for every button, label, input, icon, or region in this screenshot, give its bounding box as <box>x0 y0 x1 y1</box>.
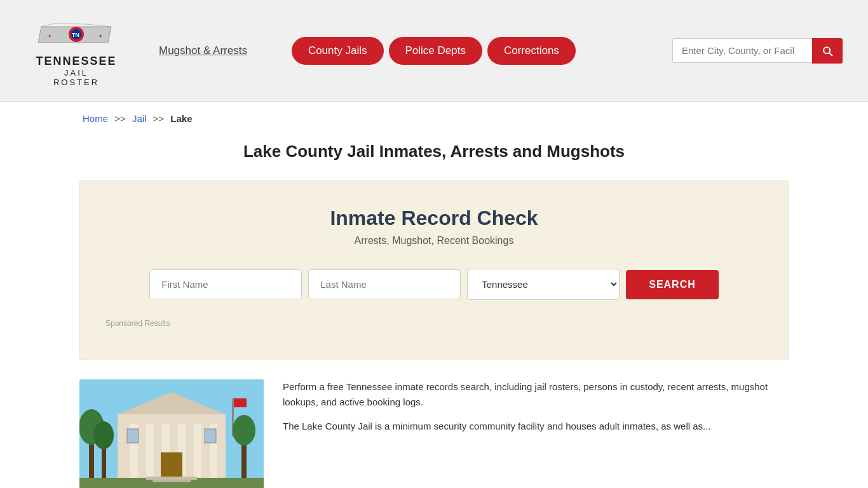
logo-icon: TN ★ ★ <box>35 14 118 52</box>
inmate-record-box: Inmate Record Check Arrests, Mugshot, Re… <box>79 180 789 360</box>
breadcrumb-current: Lake <box>170 113 192 124</box>
search-icon <box>821 44 834 57</box>
first-name-input[interactable] <box>149 269 302 299</box>
sponsored-label: Sponsored Results <box>105 319 763 328</box>
svg-rect-22 <box>205 429 216 443</box>
bottom-content: Perform a free Tennessee inmate records … <box>0 379 868 488</box>
svg-text:TN: TN <box>72 32 79 38</box>
county-jails-button[interactable]: County Jails <box>292 37 384 65</box>
breadcrumb-jail[interactable]: Jail <box>132 113 147 124</box>
site-header: TN ★ ★ TENNESSEE JAIL ROSTER Mugshot & A… <box>0 0 868 102</box>
inmate-search-button[interactable]: SEARCH <box>626 270 719 299</box>
svg-rect-18 <box>194 424 201 478</box>
description-para1: Perform a free Tennessee inmate records … <box>283 379 789 410</box>
svg-rect-20 <box>161 452 182 478</box>
svg-rect-15 <box>146 424 154 478</box>
corrections-button[interactable]: Corrections <box>487 37 576 65</box>
mugshot-arrests-link[interactable]: Mugshot & Arrests <box>159 44 247 57</box>
logo-line1: TENNESSEE <box>36 55 116 68</box>
svg-text:★: ★ <box>98 34 102 39</box>
header-search-area <box>672 38 843 64</box>
building-illustration <box>79 379 264 488</box>
header-search-button[interactable] <box>812 38 843 64</box>
svg-rect-24 <box>153 480 191 482</box>
svg-text:★: ★ <box>48 34 51 39</box>
logo-area: TN ★ ★ TENNESSEE JAIL ROSTER <box>25 14 127 87</box>
state-select[interactable]: Tennessee Alabama Georgia Kentucky Missi… <box>467 269 620 300</box>
breadcrumb-sep1: >> <box>114 113 126 124</box>
logo-text: TENNESSEE JAIL ROSTER <box>36 55 116 87</box>
svg-rect-21 <box>127 429 139 443</box>
last-name-input[interactable] <box>308 269 461 299</box>
breadcrumb-sep2: >> <box>153 113 165 124</box>
svg-point-28 <box>233 415 255 445</box>
record-check-title: Inmate Record Check <box>105 207 763 230</box>
svg-point-11 <box>93 421 114 449</box>
logo-line2: JAIL <box>36 68 116 78</box>
main-nav: County Jails Police Depts Corrections <box>292 37 576 65</box>
breadcrumb: Home >> Jail >> Lake <box>0 102 868 135</box>
description-para2: The Lake County Jail is a minimum securi… <box>283 419 789 434</box>
header-search-input[interactable] <box>672 38 812 63</box>
svg-rect-26 <box>234 398 247 407</box>
svg-rect-23 <box>146 477 197 480</box>
record-check-subtitle: Arrests, Mugshot, Recent Bookings <box>105 235 763 247</box>
police-depts-button[interactable]: Police Depts <box>389 37 482 65</box>
breadcrumb-home[interactable]: Home <box>83 113 108 124</box>
building-image <box>79 379 264 488</box>
description-text: Perform a free Tennessee inmate records … <box>283 379 789 488</box>
page-title: Lake County Jail Inmates, Arrests and Mu… <box>0 142 868 161</box>
inmate-search-form: Tennessee Alabama Georgia Kentucky Missi… <box>105 269 763 300</box>
logo-line3: ROSTER <box>36 78 116 87</box>
